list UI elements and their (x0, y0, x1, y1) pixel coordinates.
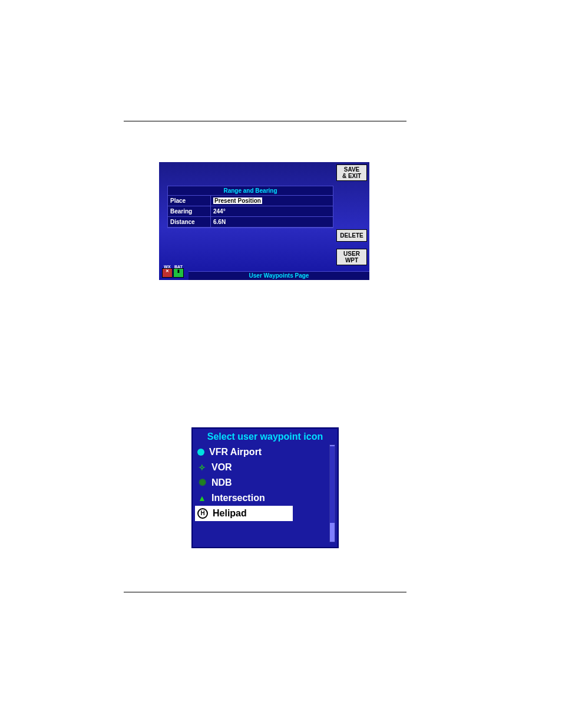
row-bearing: Bearing 244° (168, 206, 333, 217)
distance-label: Distance (168, 217, 211, 228)
vor-icon: ✧ (197, 463, 207, 472)
row-place: Place Present Position (168, 196, 333, 206)
place-label: Place (168, 196, 211, 206)
scrollbar-thumb[interactable] (330, 446, 335, 523)
icon-option-label: VOR (211, 462, 232, 473)
bearing-label: Bearing (168, 206, 211, 217)
icon-list-scrollbar[interactable] (329, 444, 335, 542)
distance-value[interactable]: 6.6N (211, 217, 333, 228)
ndb-icon: ✺ (197, 478, 207, 487)
delete-button[interactable]: DELETE (336, 229, 367, 242)
icon-option-ndb[interactable]: ✺ NDB (195, 475, 328, 490)
icon-list: VFR Airport ✧ VOR ✺ NDB ▲ Intersection H… (195, 444, 328, 542)
icon-option-label: NDB (211, 477, 232, 488)
icon-list-wrap: VFR Airport ✧ VOR ✺ NDB ▲ Intersection H… (195, 444, 335, 542)
helipad-icon: H (197, 508, 208, 519)
wx-icon: ✕ (162, 268, 173, 278)
icon-option-vfr-airport[interactable]: VFR Airport (195, 444, 328, 460)
waypoint-icon-picker: Select user waypoint icon VFR Airport ✧ … (191, 427, 339, 548)
user-wpt-button[interactable]: USER WPT (336, 249, 367, 265)
range-bearing-title: Range and Bearing (168, 186, 333, 196)
page-footer: User Waypoints Page (189, 271, 369, 280)
range-bearing-screen: SAVE & EXIT DELETE USER WPT Range and Be… (159, 162, 369, 280)
icon-option-intersection[interactable]: ▲ Intersection (195, 490, 328, 506)
icon-option-vor[interactable]: ✧ VOR (195, 460, 328, 475)
divider-top (124, 121, 406, 121)
battery-icon: ▮ (173, 268, 184, 278)
vfr-airport-icon (197, 449, 204, 456)
place-value-cell[interactable]: Present Position (211, 196, 333, 206)
save-exit-button[interactable]: SAVE & EXIT (336, 164, 367, 181)
icon-option-label: Helipad (213, 508, 247, 519)
intersection-icon: ▲ (197, 493, 207, 503)
range-bearing-panel: Range and Bearing Place Present Position… (167, 186, 333, 228)
icon-option-helipad[interactable]: H Helipad (195, 506, 293, 521)
place-value: Present Position (213, 197, 262, 204)
bearing-value[interactable]: 244° (211, 206, 333, 217)
divider-bottom (124, 592, 406, 592)
row-distance: Distance 6.6N (168, 217, 333, 228)
icon-option-label: VFR Airport (209, 447, 262, 457)
icon-option-label: Intersection (211, 493, 265, 503)
status-bar: WX ✕ BAT ▮ User Waypoints Page (159, 267, 369, 280)
icon-picker-title: Select user waypoint icon (193, 429, 338, 444)
